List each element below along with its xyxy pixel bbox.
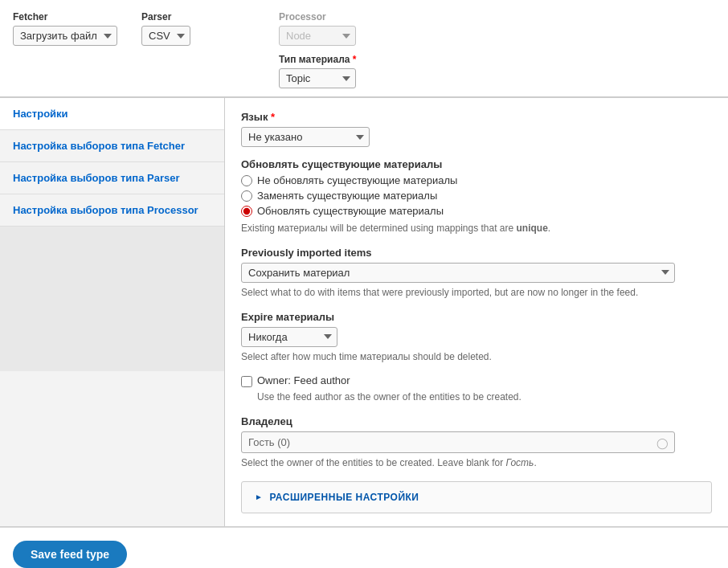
main-content: Настройки Настройка выборов типа Fetcher… bbox=[0, 98, 728, 526]
owner-checkbox[interactable] bbox=[241, 376, 252, 387]
save-feed-type-button[interactable]: Save feed type bbox=[13, 541, 127, 568]
required-star: * bbox=[353, 54, 357, 65]
top-bar: Fetcher Загрузить файл Parser CSV Proces… bbox=[0, 0, 728, 97]
material-type-select[interactable]: Topic bbox=[279, 68, 356, 88]
radio-update-input[interactable] bbox=[241, 206, 252, 217]
expire-description: Select after how much time материалы sho… bbox=[241, 350, 712, 364]
sidebar: Настройки Настройка выборов типа Fetcher… bbox=[0, 98, 225, 526]
unique-description: Existing материалы will be determined us… bbox=[241, 222, 712, 235]
radio-no-update[interactable]: Не обновлять существующие материалы bbox=[241, 174, 712, 186]
radio-replace[interactable]: Заменять существующие материалы bbox=[241, 190, 712, 202]
fetcher-label: Fetcher bbox=[13, 11, 117, 22]
fetcher-select[interactable]: Загрузить файл bbox=[13, 26, 117, 46]
parser-group: Parser CSV bbox=[141, 11, 190, 46]
parser-label: Parser bbox=[141, 11, 190, 22]
owner-label: Владелец bbox=[241, 415, 712, 427]
processor-select[interactable]: Node bbox=[279, 26, 356, 46]
sidebar-item-processor[interactable]: Настройка выборов типа Processor bbox=[0, 194, 224, 227]
radio-update[interactable]: Обновлять существующие материалы bbox=[241, 205, 712, 217]
triangle-icon: ► bbox=[255, 492, 263, 501]
processor-area: Processor Node Тип материала * Topic bbox=[279, 11, 356, 88]
language-row: Язык * Не указано bbox=[241, 111, 712, 147]
sidebar-empty-area bbox=[0, 227, 224, 371]
parser-select[interactable]: CSV bbox=[141, 26, 190, 46]
owner-description: Select the owner of the entities to be c… bbox=[241, 456, 712, 470]
owner-checkbox-description: Use the feed author as the owner of the … bbox=[257, 390, 712, 404]
expire-label: Expire материалы bbox=[241, 311, 712, 323]
radio-replace-input[interactable] bbox=[241, 190, 252, 202]
sidebar-item-parser[interactable]: Настройка выборов типа Parser bbox=[0, 162, 224, 194]
material-type-group: Тип материала * Topic bbox=[279, 54, 356, 88]
sidebar-item-fetcher[interactable]: Настройка выборов типа Fetcher bbox=[0, 130, 224, 162]
owner-input-wrap: ◯ bbox=[241, 431, 675, 453]
previously-imported-description: Select what to do with items that were p… bbox=[241, 286, 712, 300]
owner-input[interactable] bbox=[241, 431, 675, 453]
sidebar-item-settings[interactable]: Настройки bbox=[0, 98, 224, 130]
expire-row: Expire материалы Никогда Select after ho… bbox=[241, 311, 712, 364]
radio-no-update-input[interactable] bbox=[241, 175, 252, 186]
update-materials-row: Обновлять существующие материалы Не обно… bbox=[241, 158, 712, 235]
settings-panel: Язык * Не указано Обновлять существующие… bbox=[225, 98, 728, 526]
previously-imported-label: Previously imported items bbox=[241, 247, 712, 259]
previously-imported-row: Previously imported items Сохранить мате… bbox=[241, 247, 712, 300]
owner-search-icon: ◯ bbox=[656, 436, 669, 448]
language-label: Язык * bbox=[241, 111, 712, 123]
fetcher-group: Fetcher Загрузить файл bbox=[13, 11, 117, 46]
owner-checkbox-wrap: Owner: Feed author bbox=[241, 374, 712, 387]
processor-group: Processor Node bbox=[279, 11, 356, 46]
advanced-section: ► РАСШИРЕННЫЕ НАСТРОЙКИ bbox=[241, 481, 712, 513]
advanced-toggle[interactable]: ► РАСШИРЕННЫЕ НАСТРОЙКИ bbox=[255, 492, 698, 503]
language-select[interactable]: Не указано bbox=[241, 127, 370, 147]
update-materials-label: Обновлять существующие материалы bbox=[241, 158, 712, 170]
expire-select[interactable]: Никогда bbox=[241, 327, 337, 347]
material-type-label: Тип материала * bbox=[279, 54, 356, 65]
owner-checkbox-label: Owner: Feed author bbox=[257, 374, 350, 386]
bottom-bar: Save feed type bbox=[0, 527, 728, 568]
previously-imported-select[interactable]: Сохранить материал bbox=[241, 263, 675, 283]
owner-checkbox-row: Owner: Feed author Use the feed author a… bbox=[241, 374, 712, 404]
owner-field-row: Владелец ◯ Select the owner of the entit… bbox=[241, 415, 712, 470]
radio-group: Не обновлять существующие материалы Заме… bbox=[241, 174, 712, 217]
processor-label: Processor bbox=[279, 11, 356, 22]
